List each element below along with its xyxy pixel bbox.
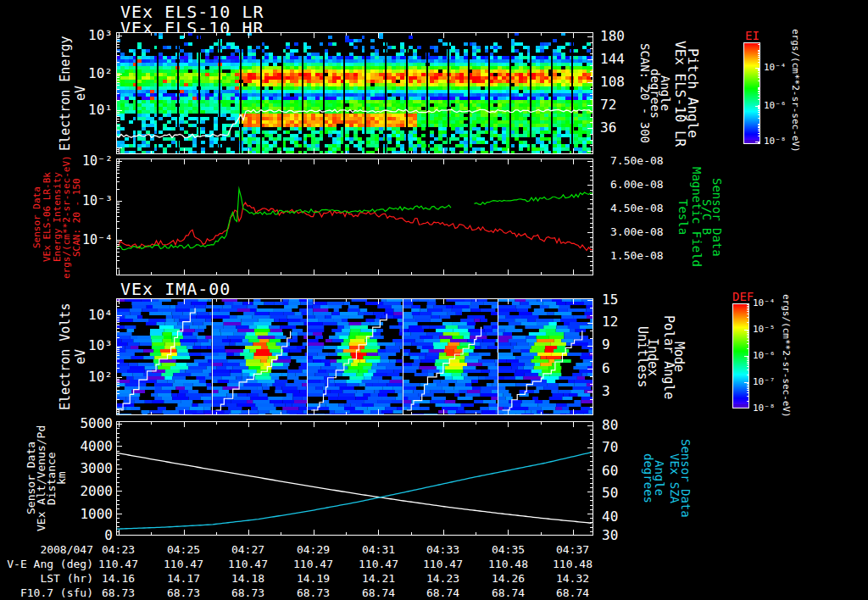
p3-rtick: 3 <box>602 385 610 398</box>
value-cell: 14.21 <box>346 571 411 586</box>
p1-rtick: 144 <box>600 53 625 66</box>
altitude-sza-line-canvas <box>116 421 593 536</box>
p4-left-axis-unit: km <box>56 471 67 485</box>
p1-ytick: 10² <box>75 67 113 81</box>
p3-right-axis-label: Polar Angle <box>662 315 675 399</box>
def-cb-tick: 10⁻⁴ <box>753 298 776 308</box>
p3-rtick: 6 <box>602 362 610 375</box>
time-cell: 04:29 <box>281 542 346 557</box>
vex-data-browser: VEx ELS-10 LR VEx ELS-10 HR VEx IMA-00 1… <box>0 0 868 600</box>
intensity-bfield-line-canvas <box>116 158 593 275</box>
value-cell: 110.47 <box>410 557 476 571</box>
row-label: F10.7 (sfu) <box>0 586 93 600</box>
p4-rtick: 50 <box>602 486 618 500</box>
def-colorbar-units: ergs/(cm**2-sr-sec-eV) <box>782 294 791 418</box>
value-cell: 68.74 <box>540 586 605 600</box>
table-row-veang: V-E Ang (deg) 110.47 110.47 110.47 110.4… <box>0 557 868 571</box>
p1-ytick: 10³ <box>75 29 113 42</box>
table-row-f107: F10.7 (sfu) 68.73 68.73 68.73 68.73 68.7… <box>0 586 868 600</box>
els-spectrogram-canvas <box>116 32 593 154</box>
p1-left-axis-unit: eV <box>75 86 87 101</box>
p2-rtick: 3.00e-08 <box>610 226 664 238</box>
p4-rtick: 40 <box>602 510 618 524</box>
time-cell: 04:27 <box>215 542 281 557</box>
value-cell: 14.19 <box>281 571 346 586</box>
value-cell: 68.73 <box>281 586 346 600</box>
p2-left-axis-unit: ergs/(cm**2-sr-sec-eV) <box>62 155 71 279</box>
p2-right-axis-label: Magnetic Field <box>691 167 703 267</box>
def-colorbar <box>732 303 749 408</box>
p1-rtick: 180 <box>600 30 625 43</box>
p1-right-axis-label: SCAN: 20 - 300 <box>639 43 651 143</box>
p1-rtick: 36 <box>600 121 616 135</box>
row-label: V-E Ang (deg) <box>0 557 93 571</box>
p3-rtick: 12 <box>602 315 618 329</box>
p3-left-axis-unit: eV <box>75 349 87 364</box>
def-cb-tick: 10⁻⁵ <box>753 325 776 335</box>
table-row-lst: LST (hr) 14.16 14.17 14.18 14.19 14.21 1… <box>0 571 868 586</box>
p2-left-axis-label: SCAN: 20 - 150 <box>72 178 81 257</box>
time-cell: 04:31 <box>346 542 411 557</box>
def-cb-tick: 10⁻⁸ <box>753 403 776 414</box>
ei-colorbar-title: EI <box>745 29 760 42</box>
value-cell: 110.47 <box>151 557 216 571</box>
p2-rtick: 1.50e-08 <box>610 250 664 262</box>
p1-rtick: 108 <box>600 75 625 89</box>
ei-colorbar-units: ergs/(cm**2-sr-sec-eV) <box>791 29 800 153</box>
p2-left-axis-label: VEx ELS-06 LR-Bk <box>42 172 52 262</box>
table-row-time: 2008/047 04:23 04:25 04:27 04:29 04:31 0… <box>0 542 868 557</box>
time-cell: 04:33 <box>410 542 476 557</box>
p4-ytick: 5000 <box>75 417 113 431</box>
value-cell: 110.47 <box>86 557 151 571</box>
p2-ytick: 10⁻² <box>75 154 113 168</box>
p3-ytick: 10² <box>75 370 113 384</box>
p2-right-axis-unit: Tesla <box>677 199 689 235</box>
p3-rtick: 9 <box>602 338 610 352</box>
p4-ytick: 1000 <box>75 508 113 521</box>
p4-ytick: 3000 <box>75 462 113 475</box>
value-cell: 14.16 <box>86 571 151 586</box>
ei-cb-tick: 10⁻⁸ <box>764 136 787 147</box>
time-cell: 04:37 <box>540 542 605 557</box>
p4-right-axis-label: VEx SZA <box>669 453 681 503</box>
p4-right-axis-label: Sensor Data <box>680 439 692 518</box>
def-cb-tick: 10⁻⁶ <box>753 351 776 361</box>
p3-left-axis-label: Electron Volts <box>59 303 72 410</box>
def-cb-tick: 10⁻⁷ <box>753 377 776 387</box>
row-label: 2008/047 <box>0 542 93 557</box>
value-cell: 14.18 <box>215 571 281 586</box>
p1-ytick: 10¹ <box>75 103 113 117</box>
value-cell: 68.74 <box>346 586 411 600</box>
p3-right-axis-unit: Unitless <box>636 326 648 387</box>
value-cell: 110.48 <box>540 557 605 571</box>
value-cell: 68.73 <box>215 586 281 600</box>
value-cell: 14.26 <box>476 571 541 586</box>
value-cell: 110.47 <box>281 557 346 571</box>
p4-rtick: 30 <box>602 529 618 542</box>
value-cell: 110.48 <box>476 557 541 571</box>
value-cell: 68.73 <box>86 586 151 600</box>
value-cell: 68.74 <box>410 586 476 600</box>
panel3-title-ima: VEx IMA-00 <box>120 279 231 299</box>
p1-right-axis-label: VEx ELS-10 LR <box>673 41 687 147</box>
p4-rtick: 70 <box>602 441 618 454</box>
p2-left-axis-label: Sensor Data <box>32 186 42 248</box>
ei-cb-tick: 10⁻⁶ <box>764 101 787 111</box>
p2-rtick: 6.00e-08 <box>610 179 664 191</box>
p3-rtick: 15 <box>602 293 618 307</box>
def-colorbar-title: DEF <box>732 290 754 303</box>
value-cell: 68.74 <box>476 586 541 600</box>
time-cell: 04:35 <box>476 542 541 557</box>
value-cell: 14.17 <box>151 571 216 586</box>
p4-right-axis-unit: degrees <box>643 453 654 503</box>
p4-ytick: 4000 <box>75 440 113 453</box>
p2-rtick: 4.50e-08 <box>610 203 664 214</box>
p1-left-axis-label: Electron Energy <box>59 36 72 150</box>
p3-ytick: 10⁴ <box>75 308 113 322</box>
p2-rtick: 7.50e-08 <box>610 155 664 167</box>
p4-right-axis-label: Angle <box>654 460 665 496</box>
row-label: LST (hr) <box>0 571 93 586</box>
time-cell: 04:23 <box>86 542 151 557</box>
value-cell: 14.23 <box>410 571 476 586</box>
p4-rtick: 80 <box>602 419 618 432</box>
